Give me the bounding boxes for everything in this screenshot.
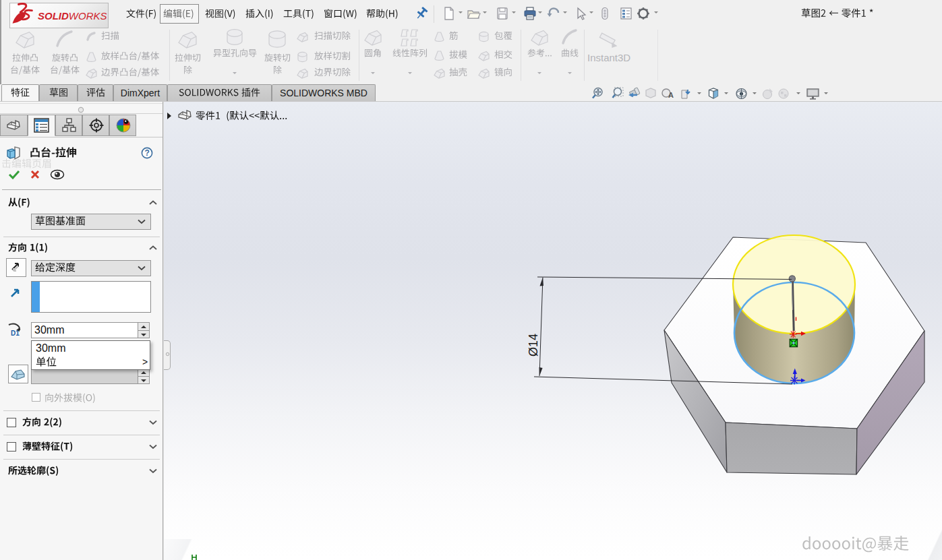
svg-text:A: A [668, 91, 674, 99]
svg-text:Ø14: Ø14 [527, 334, 540, 356]
svg-text:?: ? [145, 148, 150, 158]
svg-text:D1: D1 [11, 330, 20, 337]
